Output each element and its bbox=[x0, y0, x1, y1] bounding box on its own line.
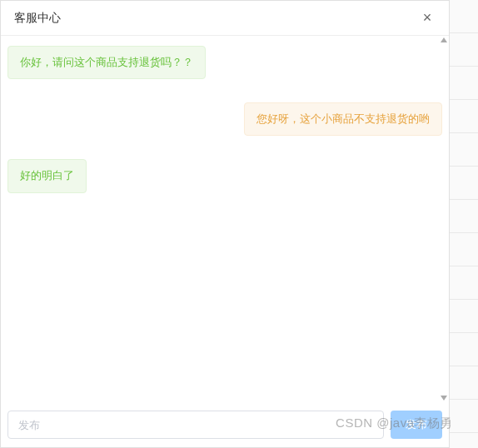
chat-body[interactable]: 你好，请问这个商品支持退货吗？？ 您好呀，这个小商品不支持退货的哟 好的明白了 bbox=[1, 36, 449, 402]
service-message-bubble: 您好呀，这个小商品不支持退货的哟 bbox=[244, 102, 442, 136]
user-message-bubble: 你好，请问这个商品支持退货吗？？ bbox=[7, 46, 206, 79]
message-row: 您好呀，这个小商品不支持退货的哟 bbox=[7, 102, 442, 136]
dialog-header: 客服中心 × bbox=[1, 1, 449, 36]
message-row: 好的明白了 bbox=[7, 159, 442, 192]
dialog-title: 客服中心 bbox=[14, 11, 61, 26]
input-area: 发布 bbox=[1, 402, 449, 447]
background-table-rows bbox=[450, 0, 478, 448]
user-message-bubble: 好的明白了 bbox=[7, 159, 87, 192]
scroll-down-icon bbox=[441, 396, 447, 401]
scroll-up-icon bbox=[441, 37, 447, 42]
send-button[interactable]: 发布 bbox=[391, 411, 442, 439]
customer-service-dialog: 客服中心 × 你好，请问这个商品支持退货吗？？ 您好呀，这个小商品不支持退货的哟… bbox=[0, 0, 450, 448]
message-row: 你好，请问这个商品支持退货吗？？ bbox=[7, 46, 442, 79]
close-icon[interactable]: × bbox=[419, 10, 436, 27]
message-input[interactable] bbox=[7, 411, 384, 439]
